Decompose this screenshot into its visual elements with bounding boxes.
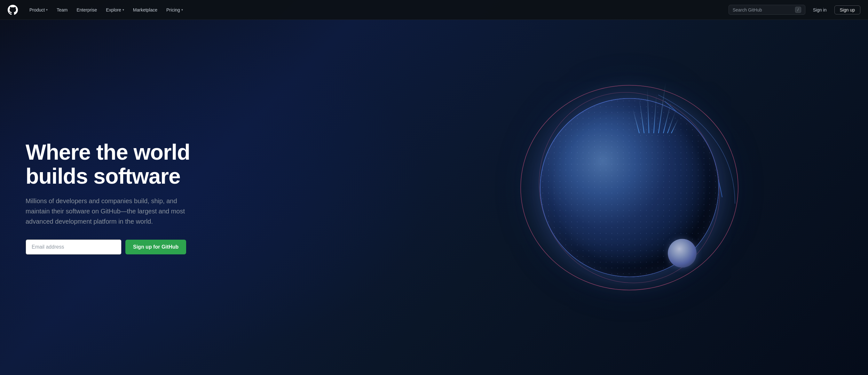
logo[interactable] bbox=[8, 5, 18, 15]
globe-container bbox=[537, 95, 722, 280]
nav-marketplace[interactable]: Marketplace bbox=[129, 5, 161, 15]
nav-enterprise[interactable]: Enterprise bbox=[72, 5, 101, 15]
chevron-down-icon: ▾ bbox=[123, 8, 124, 11]
navbar: Product ▾ Team Enterprise Explore ▾ Mark… bbox=[0, 0, 868, 20]
nav-team[interactable]: Team bbox=[53, 5, 71, 15]
signup-button[interactable]: Sign up bbox=[834, 5, 860, 15]
signup-cta-button[interactable]: Sign up for GitHub bbox=[125, 240, 186, 254]
main-nav: Product ▾ Team Enterprise Explore ▾ Mark… bbox=[26, 5, 728, 15]
search-input[interactable] bbox=[733, 7, 793, 12]
github-logo-icon bbox=[8, 5, 18, 15]
hero-subtitle: Millions of developers and companies bui… bbox=[26, 196, 198, 227]
search-box[interactable]: / bbox=[728, 5, 805, 15]
email-input[interactable] bbox=[26, 239, 122, 255]
chevron-down-icon: ▾ bbox=[181, 8, 183, 11]
hero-content: Where the world builds software Millions… bbox=[0, 115, 217, 280]
hero-globe bbox=[347, 0, 868, 375]
nav-explore[interactable]: Explore ▾ bbox=[102, 5, 128, 15]
hero-cta: Sign up for GitHub bbox=[26, 239, 198, 255]
globe-spikes bbox=[632, 88, 696, 152]
search-kbd: / bbox=[795, 7, 801, 13]
hero-title: Where the world builds software bbox=[26, 140, 198, 188]
nav-pricing[interactable]: Pricing ▾ bbox=[162, 5, 187, 15]
navbar-right: / Sign in Sign up bbox=[728, 5, 860, 15]
chevron-down-icon: ▾ bbox=[46, 8, 48, 11]
mini-globe bbox=[668, 239, 696, 267]
hero-section: Where the world builds software Millions… bbox=[0, 0, 868, 375]
signin-button[interactable]: Sign in bbox=[810, 6, 829, 14]
nav-product[interactable]: Product ▾ bbox=[26, 5, 52, 15]
